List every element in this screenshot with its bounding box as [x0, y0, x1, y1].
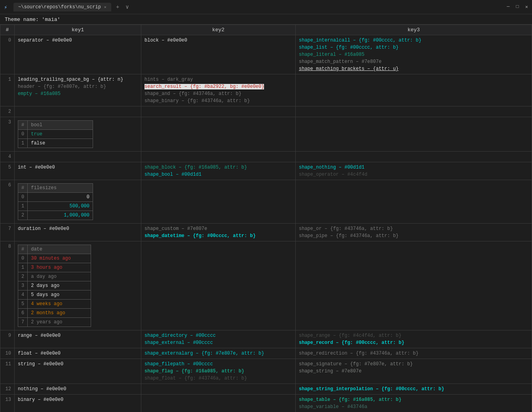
theme-name-line: Theme name: 'maia' — [5, 17, 60, 23]
row-num-8: 8 — [0, 241, 15, 330]
row-num-4: 4 — [0, 152, 15, 162]
row-num-12: 12 — [0, 384, 15, 395]
inner-table-row: 5 4 weeks ago — [18, 300, 91, 309]
tab-chevron-button[interactable]: ∨ — [124, 4, 130, 10]
filesizes-inner-table: # filesizes 0 0 1 500,000 — [18, 183, 93, 220]
inner-row-0-bool: true — [28, 130, 93, 139]
table-row: 10 float – #e0e0e0 shape_externalarg – {… — [0, 348, 532, 359]
row-11-key2: shape_filepath – #00cccc shape_flag – {f… — [141, 359, 296, 384]
inner-row-2-num: 2 — [18, 211, 28, 220]
inner-row-1-bool: false — [28, 139, 93, 148]
row-num-5: 5 — [0, 162, 15, 180]
inner-table-row: 0 true — [18, 130, 93, 139]
close-button[interactable]: ✕ — [525, 4, 528, 10]
row-10-key3: shape_redirection – {fg: #43746a, attr: … — [296, 348, 532, 359]
row-1-key3 — [296, 74, 532, 106]
inner-col-hash: # — [18, 184, 28, 193]
row-6-key2 — [141, 180, 296, 224]
col-header-key3: key3 — [296, 25, 532, 35]
d-row-5-num: 5 — [18, 300, 28, 309]
row-1-key2: hints – dark_gray search_result – {fg: #… — [141, 74, 296, 106]
table-row: 6 # filesizes 0 0 — [0, 180, 532, 224]
col-header-key2: key2 — [141, 25, 296, 35]
inner-table-row: 1 3 hours ago — [18, 263, 91, 272]
tab-add-button[interactable]: + — [114, 4, 121, 10]
row-8-key3 — [296, 241, 532, 330]
row-2-key1 — [15, 106, 141, 117]
inner-table-row: 2 a day ago — [18, 272, 91, 281]
row-5-key1: int – #e0e0e0 — [15, 162, 141, 180]
main-table: # key1 key2 key3 0 separator – #e0e0e0 b… — [0, 25, 532, 412]
row-num-2: 2 — [0, 106, 15, 117]
inner-row-2-val: 1,000,000 — [28, 211, 93, 220]
row-4-key3 — [296, 152, 532, 162]
table-row: 8 # date 0 30 minutes — [0, 241, 532, 330]
row-12-key2 — [141, 384, 296, 395]
row-13-key2 — [141, 395, 296, 412]
row-8-key2 — [141, 241, 296, 330]
table-row: 4 — [0, 152, 532, 162]
d-row-0-num: 0 — [18, 254, 28, 263]
inner-row-0-val: 0 — [28, 193, 93, 202]
row-11-key1: string – #e0e0e0 — [15, 359, 141, 384]
d-row-3-val: 2 days ago — [28, 281, 91, 290]
tab-label: ~\source\repos\forks\nu_scrip — [18, 4, 101, 10]
row-10-key2: shape_externalarg – {fg: #7e807e, attr: … — [141, 348, 296, 359]
row-13-key1: binary – #e0e0e0 — [15, 395, 141, 412]
row-9-key3: shape_range – {fg: #4c4f4d, attr: b} sha… — [296, 330, 532, 348]
d-row-6-val: 2 months ago — [28, 309, 91, 318]
tab-active[interactable]: ~\source\repos\forks\nu_scrip ✕ — [13, 3, 111, 11]
row-3-key3 — [296, 117, 532, 152]
inner-row-0-num: 0 — [18, 193, 28, 202]
inner-col-hash: # — [18, 121, 28, 130]
inner-table-row: 4 5 days ago — [18, 290, 91, 300]
row-11-key3: shape_signature – {fg: #7e807e, attr: b}… — [296, 359, 532, 384]
row-0-key2: block – #e0e0e0 — [141, 35, 296, 74]
d-row-1-num: 1 — [18, 263, 28, 272]
row-3-key2 — [141, 117, 296, 152]
tab-close-button[interactable]: ✕ — [104, 5, 106, 9]
window-controls: ─ □ ✕ — [507, 4, 528, 10]
row-0-key1: separator – #e0e0e0 — [15, 35, 141, 74]
maximize-button[interactable]: □ — [516, 4, 519, 10]
row-9-key2: shape_directory – #00cccc shape_external… — [141, 330, 296, 348]
row-num-0: 0 — [0, 35, 15, 74]
d-row-1-val: 3 hours ago — [28, 263, 91, 272]
inner-row-0-num: 0 — [18, 130, 28, 139]
row-7-key1: duration – #e0e0e0 — [15, 224, 141, 241]
data-table-container: # key1 key2 key3 0 separator – #e0e0e0 b… — [0, 25, 532, 412]
d-row-7-val: 2 years ago — [28, 318, 91, 327]
inner-table-row: 3 2 days ago — [18, 281, 91, 290]
row-2-key2 — [141, 106, 296, 117]
duration-inner-table: # date 0 30 minutes ago 1 3 hours — [18, 245, 91, 327]
d-row-4-num: 4 — [18, 290, 28, 300]
d-row-4-val: 5 days ago — [28, 290, 91, 300]
bool-inner-table: # bool 0 true 1 false — [18, 120, 93, 148]
col-header-hash: # — [0, 25, 15, 35]
row-num-10: 10 — [0, 348, 15, 359]
row-7-key2: shape_custom – #7e807e shape_datetime – … — [141, 224, 296, 241]
inner-table-row: 1 false — [18, 139, 93, 148]
table-row: 3 # bool 0 true — [0, 117, 532, 152]
row-2-key3 — [296, 106, 532, 117]
row-num-13: 13 — [0, 395, 15, 412]
inner-col-bool: bool — [28, 121, 93, 130]
row-num-6: 6 — [0, 180, 15, 224]
row-13-key3: shape_table – {fg: #16a085, attr: b} sha… — [296, 395, 532, 412]
inner-table-row: 0 30 minutes ago — [18, 254, 91, 263]
inner-table-row: 2 1,000,000 — [18, 211, 93, 220]
inner-col-date: date — [28, 245, 91, 254]
table-row: 5 int – #e0e0e0 shape_block – {fg: #16a0… — [0, 162, 532, 180]
terminal-icon: ⚡ — [4, 4, 10, 10]
row-0-key3: shape_internalcall – {fg: #00cccc, attr:… — [296, 35, 532, 74]
table-row: 13 binary – #e0e0e0 shape_table – {fg: #… — [0, 395, 532, 412]
row-10-key1: float – #e0e0e0 — [15, 348, 141, 359]
minimize-button[interactable]: ─ — [507, 4, 509, 10]
inner-col-hash: # — [18, 245, 28, 254]
d-row-2-val: a day ago — [28, 272, 91, 281]
d-row-6-num: 6 — [18, 309, 28, 318]
d-row-7-num: 7 — [18, 318, 28, 327]
d-row-2-num: 2 — [18, 272, 28, 281]
row-12-key3: shape_string_interpolation – {fg: #00ccc… — [296, 384, 532, 395]
row-6-key1: # filesizes 0 0 1 500,000 — [15, 180, 141, 224]
